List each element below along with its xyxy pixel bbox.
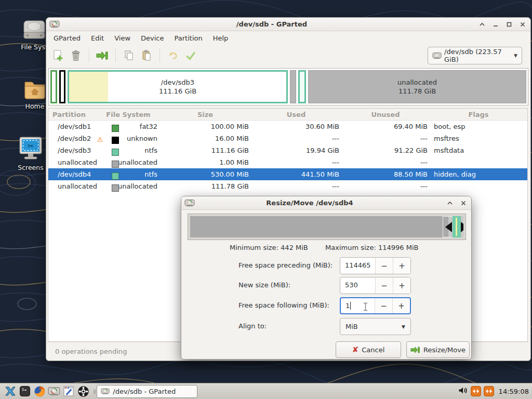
home-folder-icon xyxy=(23,78,47,101)
apply-button[interactable] xyxy=(182,47,200,64)
rollup-button[interactable] xyxy=(477,20,487,29)
header-unused[interactable]: Unused xyxy=(341,111,430,118)
connection-icon xyxy=(485,388,493,394)
cell-used: --- xyxy=(251,135,341,142)
menu-bar: GParted Edit View Device Partition Help xyxy=(46,31,530,45)
disk-icon xyxy=(432,51,442,60)
editor-launcher[interactable] xyxy=(61,384,76,398)
header-filesystem[interactable]: File System xyxy=(97,111,159,118)
gparted-launcher[interactable] xyxy=(47,384,61,398)
table-row-sdb4-selected[interactable]: /dev/sdb4 ntfs 530.00 MiB 441.50 MiB 88.… xyxy=(48,168,527,180)
cell-flags: hidden, diag xyxy=(430,170,527,178)
terminal-launcher[interactable]: $ xyxy=(18,384,32,398)
cancel-x-icon: ✘ xyxy=(352,345,359,354)
menu-edit[interactable]: Edit xyxy=(86,32,109,44)
menu-device[interactable]: Device xyxy=(136,32,169,44)
cell-flags: msftres xyxy=(430,135,527,142)
visual-segment-sdb4[interactable] xyxy=(298,70,306,103)
firefox-launcher[interactable] xyxy=(32,384,47,398)
cell-flags: msftdata xyxy=(430,147,527,154)
decrement-button[interactable]: − xyxy=(375,298,392,313)
firefox-icon xyxy=(34,385,46,397)
cell-partition: unallocated xyxy=(48,158,97,166)
minimize-button[interactable] xyxy=(491,20,500,29)
dialog-title-bar[interactable]: Resize/Move /dev/sdb4 xyxy=(181,196,471,210)
segment-label: /dev/sdb3 xyxy=(161,78,194,87)
free-space-following-row: Free space following (MiB): 1 − + xyxy=(181,297,471,314)
align-to-dropdown[interactable]: MiB ▼ xyxy=(340,318,411,335)
free-space-following-spinbutton: 1 − + xyxy=(340,297,411,314)
visual-segment-sdb1[interactable] xyxy=(50,70,57,103)
visual-segment-unallocated[interactable]: unallocated 111.78 GiB xyxy=(308,70,526,103)
size-limits: Minimum size: 442 MiB Maximum size: 1149… xyxy=(181,244,471,253)
field-label: Free space following (MiB): xyxy=(238,301,329,309)
close-button[interactable] xyxy=(518,20,527,29)
field-label: New size (MiB): xyxy=(238,281,290,289)
visual-segment-unallocated-small[interactable] xyxy=(290,70,296,103)
cell-filesystem: ntfs xyxy=(97,147,159,154)
table-row-sdb3[interactable]: /dev/sdb3 ntfs 111.16 GiB 19.94 GiB 91.2… xyxy=(48,144,527,156)
resize-move-confirm-button[interactable]: Resize/Move xyxy=(406,341,470,358)
delete-partition-button[interactable] xyxy=(67,47,85,64)
partition-region[interactable] xyxy=(453,216,461,237)
slider-trough[interactable] xyxy=(190,216,463,237)
paste-button[interactable] xyxy=(138,47,155,64)
undo-button[interactable] xyxy=(164,47,182,64)
cell-unused: 88.50 MiB xyxy=(341,170,430,178)
table-row-sdb2[interactable]: /dev/sdb2 ⚠unknown 16.00 MiB --- --- msf… xyxy=(48,132,527,144)
header-used[interactable]: Used xyxy=(251,111,341,118)
header-partition[interactable]: Partition xyxy=(48,111,97,118)
visual-segment-sdb2[interactable] xyxy=(59,70,65,103)
spin-entry[interactable]: 114465 xyxy=(340,258,375,274)
cell-unused: --- xyxy=(341,182,430,190)
undo-icon xyxy=(167,50,179,61)
terminal-icon: $ xyxy=(19,385,31,397)
header-size[interactable]: Size xyxy=(159,111,251,118)
clock[interactable]: 14:59:08 xyxy=(499,388,529,395)
dialog-close-button[interactable] xyxy=(459,198,468,208)
left-resize-handle[interactable] xyxy=(445,222,452,232)
network-applet-2[interactable] xyxy=(484,386,494,396)
increment-button[interactable]: + xyxy=(393,258,410,274)
increment-button[interactable]: + xyxy=(392,298,410,313)
trash-icon xyxy=(70,49,82,62)
menu-gparted[interactable]: GParted xyxy=(48,32,86,44)
spin-entry-focused[interactable]: 1 xyxy=(341,298,375,313)
free-space-preceding-spinbutton: 114465 − + xyxy=(340,257,411,274)
menu-partition[interactable]: Partition xyxy=(169,32,208,44)
volume-indicator[interactable] xyxy=(458,386,468,396)
table-row-unallocated-2[interactable]: unallocated unallocated 111.78 GiB --- -… xyxy=(48,180,527,192)
cell-size: 111.16 GiB xyxy=(159,147,251,154)
cancel-button[interactable]: ✘ Cancel xyxy=(336,341,401,358)
taskbar-window-button[interactable]: /dev/sdb - GParted xyxy=(97,385,197,398)
header-flags[interactable]: Flags xyxy=(430,111,527,118)
paste-icon xyxy=(141,49,152,62)
cell-used: --- xyxy=(251,182,341,190)
increment-button[interactable]: + xyxy=(393,277,410,294)
menu-help[interactable]: Help xyxy=(208,32,234,44)
table-row-unallocated-1[interactable]: unallocated unallocated 1.00 MiB --- --- xyxy=(48,156,527,168)
network-applet-1[interactable] xyxy=(471,386,481,396)
visual-segment-sdb3[interactable]: /dev/sdb3 111.16 GiB xyxy=(68,70,288,103)
device-selector[interactable]: /dev/sdb (223.57 GiB) ▼ xyxy=(428,47,522,64)
right-resize-handle[interactable] xyxy=(461,222,463,232)
title-bar[interactable]: /dev/sdb - GParted xyxy=(46,18,530,31)
minimum-size-label: Minimum size: 442 MiB xyxy=(230,244,308,251)
spin-entry[interactable]: 530 xyxy=(340,277,375,294)
dialog-buttons: ✘ Cancel Resize/Move xyxy=(181,341,471,358)
menu-view[interactable]: View xyxy=(109,32,136,44)
wheel-app-launcher[interactable] xyxy=(76,384,90,398)
decrement-button[interactable]: − xyxy=(375,258,393,274)
table-row-sdb1[interactable]: /dev/sdb1 fat32 100.00 MiB 30.60 MiB 69.… xyxy=(48,121,527,132)
new-partition-button[interactable] xyxy=(49,47,67,64)
decrement-button[interactable]: − xyxy=(375,277,393,294)
resize-move-dialog: Resize/Move /dev/sdb4 Minimum size: 442 … xyxy=(181,196,472,360)
cell-filesystem: unallocated xyxy=(97,182,159,190)
maximize-button[interactable] xyxy=(504,20,514,29)
copy-icon xyxy=(123,49,135,62)
copy-button[interactable] xyxy=(120,47,138,64)
resize-move-button[interactable] xyxy=(94,47,111,64)
taskbar-handle: ⁞⁞ xyxy=(93,388,95,395)
applications-menu-button[interactable] xyxy=(3,384,18,398)
dialog-rollup-button[interactable] xyxy=(445,198,455,208)
